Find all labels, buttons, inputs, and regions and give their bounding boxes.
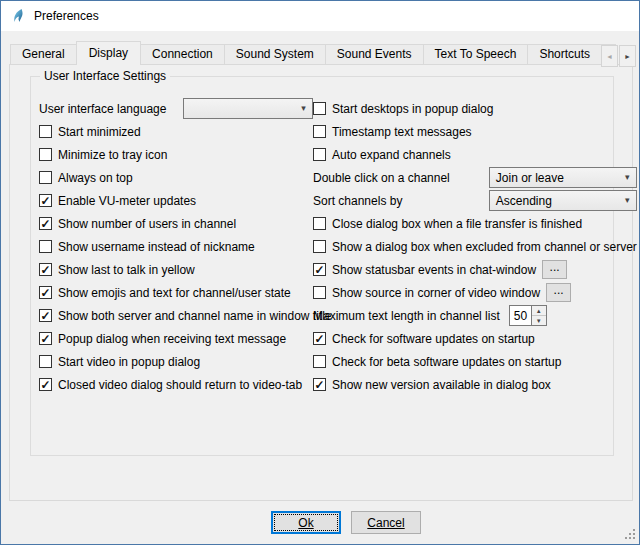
checkbox-label[interactable]: Start minimized: [58, 125, 141, 139]
checkbox-unchecked[interactable]: [313, 355, 326, 368]
ellipsis-button[interactable]: ...: [542, 260, 567, 279]
group-user-interface-settings: User Interface Settings User interface l…: [30, 76, 614, 456]
language-row: User interface language ▾: [39, 97, 313, 120]
checkbox-checked[interactable]: ✓: [39, 194, 52, 207]
sort-channels-label: Sort channels by: [313, 194, 402, 208]
checkbox-row: Always on top: [39, 166, 313, 189]
checkbox-unchecked[interactable]: [39, 125, 52, 138]
max-text-length-row: Maximum text length in channel list 50 ▲…: [313, 304, 637, 327]
checkbox-label[interactable]: Show a dialog box when excluded from cha…: [332, 240, 637, 254]
tab-text-to-speech[interactable]: Text To Speech: [423, 44, 529, 65]
checkbox-row: ✓Show last to talk in yellow: [39, 258, 313, 281]
checkbox-unchecked[interactable]: [39, 355, 52, 368]
checkbox-label[interactable]: Show username instead of nickname: [58, 240, 255, 254]
checkbox-label[interactable]: Check for software updates on startup: [332, 332, 535, 346]
tab-general[interactable]: General: [10, 44, 77, 65]
checkbox-label[interactable]: Start video in popup dialog: [58, 355, 200, 369]
double-click-combobox-value: Join or leave: [496, 171, 564, 185]
checkbox-unchecked[interactable]: [39, 148, 52, 161]
checkbox-label[interactable]: Enable VU-meter updates: [58, 194, 196, 208]
checkbox-unchecked[interactable]: [313, 217, 326, 230]
checkbox-label[interactable]: Timestamp text messages: [332, 125, 472, 139]
checkbox-label[interactable]: Minimize to tray icon: [58, 148, 167, 162]
tab-shortcuts[interactable]: Shortcuts: [527, 44, 602, 65]
settings-columns: User interface language ▾ Start minimize…: [39, 97, 605, 396]
checkbox-checked[interactable]: ✓: [39, 217, 52, 230]
chevron-down-icon: ▾: [295, 104, 312, 113]
spin-down-icon[interactable]: ▼: [532, 315, 546, 325]
checkbox-label[interactable]: Show number of users in channel: [58, 217, 236, 231]
checkbox-label[interactable]: Show both server and channel name in win…: [58, 309, 332, 323]
checkbox-row: Auto expand channels: [313, 143, 637, 166]
checkbox-row: Show a dialog box when excluded from cha…: [313, 235, 637, 258]
checkbox-label[interactable]: Popup dialog when receiving text message: [58, 332, 286, 346]
checkbox-checked[interactable]: ✓: [313, 332, 326, 345]
app-icon: [10, 8, 26, 24]
chevron-down-icon: ▾: [619, 173, 636, 182]
right-column: Start desktops in popup dialogTimestamp …: [313, 97, 637, 396]
checkbox-row: Start desktops in popup dialog: [313, 97, 637, 120]
checkbox-label[interactable]: Auto expand channels: [332, 148, 451, 162]
resize-grip[interactable]: [624, 529, 635, 540]
checkbox-unchecked[interactable]: [313, 125, 326, 138]
checkbox-label[interactable]: Show statusbar events in chat-window: [332, 263, 536, 277]
preferences-window: Preferences GeneralDisplayConnectionSoun…: [0, 0, 640, 545]
checkbox-checked[interactable]: ✓: [39, 309, 52, 322]
checkbox-row: Check for beta software updates on start…: [313, 350, 637, 373]
checkbox-unchecked[interactable]: [39, 171, 52, 184]
checkbox-row: Start minimized: [39, 120, 313, 143]
checkbox-checked[interactable]: ✓: [39, 263, 52, 276]
tab-page-display: User Interface Settings User interface l…: [9, 64, 633, 501]
max-text-length-label: Maximum text length in channel list: [313, 309, 500, 323]
checkbox-checked[interactable]: ✓: [39, 286, 52, 299]
tab-connection[interactable]: Connection: [140, 44, 225, 65]
checkbox-label[interactable]: Closed video dialog should return to vid…: [58, 378, 302, 392]
checkbox-label[interactable]: Show emojis and text for channel/user st…: [58, 286, 291, 300]
language-label: User interface language: [39, 102, 166, 116]
window-title: Preferences: [34, 9, 99, 23]
checkbox-label[interactable]: Show source in corner of video window: [332, 286, 540, 300]
sort-channels-combobox-value: Ascending: [496, 194, 552, 208]
checkbox-unchecked[interactable]: [313, 240, 326, 253]
double-click-row: Double click on a channel Join or leave …: [313, 166, 637, 189]
double-click-label: Double click on a channel: [313, 171, 450, 185]
tab-scroll-right-icon[interactable]: ►: [619, 45, 636, 67]
tab-display[interactable]: Display: [76, 41, 141, 65]
ok-button[interactable]: Ok: [271, 511, 341, 534]
max-text-length-value[interactable]: 50: [509, 305, 532, 326]
double-click-combobox[interactable]: Join or leave ▾: [489, 167, 637, 188]
checkbox-unchecked[interactable]: [313, 286, 326, 299]
group-title: User Interface Settings: [40, 69, 170, 83]
checkbox-row: ✓Show new version available in dialog bo…: [313, 373, 637, 396]
checkbox-label[interactable]: Show last to talk in yellow: [58, 263, 195, 277]
checkbox-row: Show source in corner of video window...: [313, 281, 637, 304]
checkbox-row: ✓Show number of users in channel: [39, 212, 313, 235]
max-text-length-spinner: 50 ▲ ▼: [509, 305, 547, 326]
checkbox-unchecked[interactable]: [313, 102, 326, 115]
checkbox-label[interactable]: Always on top: [58, 171, 133, 185]
checkbox-checked[interactable]: ✓: [313, 263, 326, 276]
checkbox-checked[interactable]: ✓: [39, 332, 52, 345]
checkbox-label[interactable]: Check for beta software updates on start…: [332, 355, 561, 369]
tab-scroll-left-icon[interactable]: ◄: [601, 45, 618, 67]
checkbox-unchecked[interactable]: [39, 240, 52, 253]
checkbox-label[interactable]: Close dialog box when a file transfer is…: [332, 217, 582, 231]
checkbox-row: Start video in popup dialog: [39, 350, 313, 373]
checkbox-label[interactable]: Show new version available in dialog box: [332, 378, 551, 392]
language-combobox[interactable]: ▾: [183, 98, 313, 119]
checkbox-checked[interactable]: ✓: [39, 378, 52, 391]
checkbox-row: Minimize to tray icon: [39, 143, 313, 166]
sort-channels-row: Sort channels by Ascending ▾: [313, 189, 637, 212]
ellipsis-button[interactable]: ...: [546, 283, 571, 302]
checkbox-row: ✓Check for software updates on startup: [313, 327, 637, 350]
sort-channels-combobox[interactable]: Ascending ▾: [489, 190, 637, 211]
tab-sound-system[interactable]: Sound System: [224, 44, 326, 65]
tab-sound-events[interactable]: Sound Events: [325, 44, 424, 65]
checkbox-checked[interactable]: ✓: [313, 378, 326, 391]
checkbox-label[interactable]: Start desktops in popup dialog: [332, 102, 493, 116]
cancel-button[interactable]: Cancel: [351, 511, 421, 534]
checkbox-unchecked[interactable]: [313, 148, 326, 161]
left-column: User interface language ▾ Start minimize…: [39, 97, 313, 396]
checkbox-row: ✓Popup dialog when receiving text messag…: [39, 327, 313, 350]
spin-up-icon[interactable]: ▲: [532, 306, 546, 315]
